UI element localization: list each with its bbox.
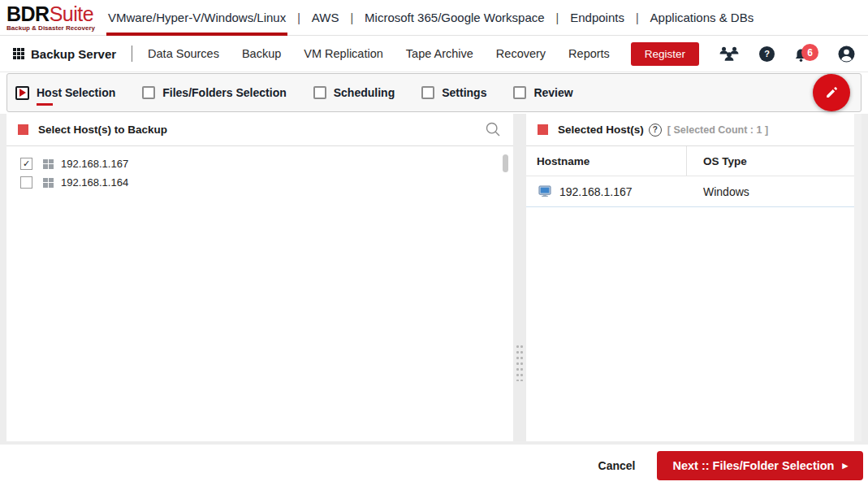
cancel-button[interactable]: Cancel: [598, 459, 636, 472]
product-nav: VMware/Hyper-V/Windows/Linux | AWS | Mic…: [106, 0, 755, 35]
nav-separator: |: [297, 11, 300, 24]
step-checkbox-icon: [421, 86, 434, 99]
splitter-drag-handle[interactable]: [516, 344, 524, 381]
menu-item-data-sources[interactable]: Data Sources: [148, 47, 219, 60]
left-panel-header: Select Host(s) to Backup: [6, 114, 513, 146]
section-bullet-icon: [18, 124, 28, 135]
pencil-icon: [824, 85, 839, 100]
menu-divider: [132, 46, 132, 62]
windows-logo-icon: [43, 159, 54, 169]
step-checkbox-icon: [142, 86, 155, 99]
menu-item-reports[interactable]: Reports: [568, 47, 610, 60]
nav-separator: |: [350, 11, 353, 24]
host-search-icon[interactable]: [485, 121, 502, 138]
column-header-hostname: Hostname: [526, 146, 687, 176]
selected-count-label: [ Selected Count : 1 ]: [667, 124, 768, 136]
tab-microsoft365-google-workspace[interactable]: Microsoft 365/Google Workspace: [363, 0, 546, 35]
apps-grid-icon[interactable]: [13, 48, 24, 59]
menu-item-vm-replication[interactable]: VM Replication: [304, 47, 383, 60]
step-host-selection[interactable]: Host Selection: [15, 86, 115, 100]
host-list: ✓ 192.168.1.167 192.168.1.164: [6, 146, 513, 189]
windows-logo-icon: [43, 178, 54, 188]
host-row-192-168-1-167[interactable]: ✓ 192.168.1.167: [20, 158, 513, 170]
left-panel-scrollbar-thumb[interactable]: [503, 154, 508, 172]
tab-vmware-hyperv-windows-linux[interactable]: VMware/Hyper-V/Windows/Linux: [106, 0, 287, 35]
host-checkbox-unchecked[interactable]: [20, 176, 32, 189]
logo-text-suite: Suite: [50, 2, 93, 25]
os-type-cell: Windows: [687, 185, 749, 198]
tab-aws[interactable]: AWS: [310, 0, 341, 35]
column-header-os-type: OS Type: [687, 146, 747, 176]
content-area: Select Host(s) to Backup ✓ 192.168.1.167…: [0, 114, 868, 445]
selected-hosts-panel: Selected Host(s) ? [ Selected Count : 1 …: [526, 114, 854, 441]
active-step-play-icon: [15, 86, 29, 100]
computer-monitor-icon: [538, 185, 551, 197]
tab-applications-dbs[interactable]: Applications & DBs: [649, 0, 756, 35]
bdrsuite-logo[interactable]: BDRSuite Backup & Disaster Recovery: [6, 4, 95, 32]
host-checkbox-checked[interactable]: ✓: [20, 158, 32, 170]
hostname-value: 192.168.1.167: [559, 185, 633, 198]
wizard-footer: Cancel Next :: Files/Folder Selection ▸: [0, 445, 868, 486]
step-files-folders-selection[interactable]: Files/Folders Selection: [142, 86, 287, 99]
logo-tagline: Backup & Disaster Recovery: [6, 25, 95, 32]
host-selection-panel: Select Host(s) to Backup ✓ 192.168.1.167…: [6, 114, 513, 441]
step-scheduling[interactable]: Scheduling: [313, 86, 395, 99]
selected-hosts-help-icon[interactable]: ?: [649, 124, 662, 137]
step-checkbox-icon: [513, 86, 526, 99]
wizard-step-bar: Host Selection Files/Folders Selection S…: [6, 73, 862, 112]
right-panel-title: Selected Host(s): [558, 124, 644, 136]
selected-hosts-table-header: Hostname OS Type: [526, 146, 854, 176]
step-checkbox-icon: [313, 86, 326, 99]
account-icon[interactable]: [838, 46, 855, 63]
host-name: 192.168.1.167: [61, 158, 128, 170]
main-menu-bar: Backup Server Data Sources Backup VM Rep…: [0, 36, 868, 72]
logo-text-bdr: BDR: [6, 2, 50, 25]
right-panel-header: Selected Host(s) ? [ Selected Count : 1 …: [526, 114, 854, 146]
right-scroll-track: [854, 114, 862, 441]
help-icon[interactable]: ?: [759, 46, 775, 62]
left-panel-title: Select Host(s) to Backup: [38, 124, 167, 136]
table-row: 192.168.1.167 Windows: [526, 176, 854, 207]
menu-right-actions: Register ? 6: [631, 42, 855, 66]
backup-server-menu[interactable]: Backup Server: [31, 47, 116, 61]
logo-wordmark: BDRSuite: [6, 4, 95, 24]
host-name: 192.168.1.164: [61, 176, 128, 189]
step-settings[interactable]: Settings: [421, 86, 486, 99]
host-row-192-168-1-164[interactable]: 192.168.1.164: [20, 176, 513, 189]
notification-count-badge: 6: [801, 44, 818, 61]
section-bullet-icon: [538, 124, 548, 135]
tab-endpoints[interactable]: Endpoints: [568, 0, 626, 35]
menu-item-recovery[interactable]: Recovery: [496, 47, 546, 60]
notifications-bell-icon[interactable]: 6: [794, 44, 818, 63]
team-users-icon[interactable]: [719, 46, 740, 63]
menu-item-tape-archive[interactable]: Tape Archive: [406, 47, 473, 60]
menu-items: Data Sources Backup VM Replication Tape …: [148, 47, 610, 60]
top-brand-bar: BDRSuite Backup & Disaster Recovery VMwa…: [0, 0, 868, 36]
register-button[interactable]: Register: [631, 42, 699, 66]
edit-fab-button[interactable]: [813, 74, 850, 111]
step-review[interactable]: Review: [513, 86, 572, 99]
panel-splitter: [513, 114, 526, 441]
next-button[interactable]: Next :: Files/Folder Selection ▸: [657, 451, 863, 480]
next-button-label: Next :: Files/Folder Selection: [672, 459, 834, 472]
nav-separator: |: [556, 11, 559, 24]
hostname-cell: 192.168.1.167: [526, 185, 687, 198]
nav-separator: |: [636, 11, 639, 24]
menu-item-backup[interactable]: Backup: [242, 47, 281, 60]
next-arrow-icon: ▸: [842, 459, 848, 471]
